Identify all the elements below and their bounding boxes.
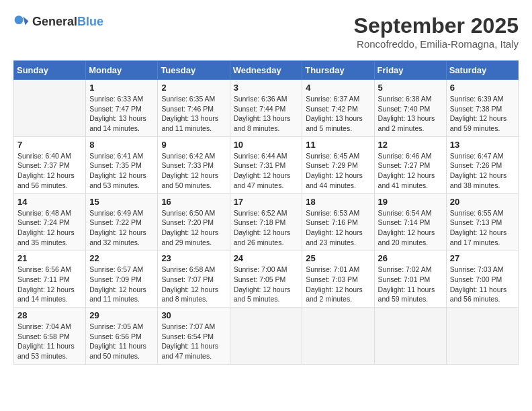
logo-blue-text: Blue — [77, 15, 103, 28]
calendar-cell: 27Sunrise: 7:03 AM Sunset: 7:00 PM Dayli… — [446, 250, 518, 308]
day-number: 16 — [161, 197, 226, 207]
day-info: Sunrise: 6:53 AM Sunset: 7:16 PM Dayligh… — [306, 208, 370, 248]
day-info: Sunrise: 7:00 AM Sunset: 7:05 PM Dayligh… — [234, 265, 299, 304]
calendar-cell: 18Sunrise: 6:53 AM Sunset: 7:16 PM Dayli… — [302, 193, 374, 250]
day-info: Sunrise: 6:37 AM Sunset: 7:42 PM Dayligh… — [306, 94, 370, 134]
day-info: Sunrise: 6:55 AM Sunset: 7:13 PM Dayligh… — [450, 208, 515, 248]
weekday-header-tuesday: Tuesday — [158, 61, 230, 80]
day-info: Sunrise: 6:46 AM Sunset: 7:27 PM Dayligh… — [378, 151, 443, 191]
day-info: Sunrise: 6:36 AM Sunset: 7:44 PM Dayligh… — [234, 94, 299, 134]
day-info: Sunrise: 6:42 AM Sunset: 7:33 PM Dayligh… — [161, 151, 226, 191]
day-number: 21 — [17, 253, 82, 263]
day-info: Sunrise: 6:40 AM Sunset: 7:37 PM Dayligh… — [17, 151, 82, 191]
calendar-cell: 15Sunrise: 6:49 AM Sunset: 7:22 PM Dayli… — [86, 193, 158, 250]
weekday-header-wednesday: Wednesday — [230, 61, 302, 80]
calendar-cell: 19Sunrise: 6:54 AM Sunset: 7:14 PM Dayli… — [374, 193, 446, 250]
day-number: 20 — [450, 197, 515, 207]
day-number: 3 — [234, 83, 299, 93]
calendar-cell: 22Sunrise: 6:57 AM Sunset: 7:09 PM Dayli… — [86, 250, 158, 308]
calendar-cell: 7Sunrise: 6:40 AM Sunset: 7:37 PM Daylig… — [14, 136, 86, 193]
day-info: Sunrise: 6:33 AM Sunset: 7:47 PM Dayligh… — [89, 94, 154, 134]
calendar-cell: 3Sunrise: 6:36 AM Sunset: 7:44 PM Daylig… — [230, 80, 302, 137]
day-number: 30 — [161, 310, 226, 320]
day-info: Sunrise: 6:45 AM Sunset: 7:29 PM Dayligh… — [306, 151, 370, 191]
day-info: Sunrise: 6:39 AM Sunset: 7:38 PM Dayligh… — [450, 94, 515, 134]
day-info: Sunrise: 7:07 AM Sunset: 6:54 PM Dayligh… — [161, 322, 226, 361]
day-number: 12 — [378, 140, 443, 150]
day-info: Sunrise: 7:05 AM Sunset: 6:56 PM Dayligh… — [89, 322, 154, 361]
day-number: 9 — [161, 140, 226, 150]
calendar-week-row: 28Sunrise: 7:04 AM Sunset: 6:58 PM Dayli… — [14, 308, 519, 365]
logo-general-text: General — [32, 15, 77, 28]
svg-marker-1 — [23, 17, 28, 26]
day-info: Sunrise: 6:41 AM Sunset: 7:35 PM Dayligh… — [89, 151, 154, 191]
calendar-cell — [230, 308, 302, 365]
calendar-cell: 29Sunrise: 7:05 AM Sunset: 6:56 PM Dayli… — [86, 308, 158, 365]
location-title: Roncofreddo, Emilia-Romagna, Italy — [354, 38, 519, 50]
calendar-cell — [14, 80, 86, 137]
day-number: 27 — [450, 253, 515, 263]
day-number: 2 — [161, 83, 226, 93]
day-number: 29 — [89, 310, 154, 320]
calendar-cell: 2Sunrise: 6:35 AM Sunset: 7:46 PM Daylig… — [158, 80, 230, 137]
month-title: September 2025 — [354, 13, 519, 38]
logo: GeneralBlue — [13, 13, 103, 30]
calendar-cell: 14Sunrise: 6:48 AM Sunset: 7:24 PM Dayli… — [14, 193, 86, 250]
day-info: Sunrise: 7:01 AM Sunset: 7:03 PM Dayligh… — [306, 265, 370, 304]
day-info: Sunrise: 6:44 AM Sunset: 7:31 PM Dayligh… — [234, 151, 299, 191]
calendar-cell: 8Sunrise: 6:41 AM Sunset: 7:35 PM Daylig… — [86, 136, 158, 193]
day-number: 7 — [17, 140, 82, 150]
calendar-week-row: 7Sunrise: 6:40 AM Sunset: 7:37 PM Daylig… — [14, 136, 519, 193]
calendar-cell: 12Sunrise: 6:46 AM Sunset: 7:27 PM Dayli… — [374, 136, 446, 193]
calendar-week-row: 14Sunrise: 6:48 AM Sunset: 7:24 PM Dayli… — [14, 193, 519, 250]
day-info: Sunrise: 6:38 AM Sunset: 7:40 PM Dayligh… — [378, 94, 443, 134]
day-number: 1 — [89, 83, 154, 93]
calendar-cell: 13Sunrise: 6:47 AM Sunset: 7:26 PM Dayli… — [446, 136, 518, 193]
day-number: 14 — [17, 197, 82, 207]
page-header: GeneralBlue September 2025 Roncofreddo, … — [13, 13, 519, 50]
weekday-header-sunday: Sunday — [14, 61, 86, 80]
day-number: 26 — [378, 253, 443, 263]
calendar-cell — [374, 308, 446, 365]
day-number: 18 — [306, 197, 370, 207]
calendar-cell: 21Sunrise: 6:56 AM Sunset: 7:11 PM Dayli… — [14, 250, 86, 308]
calendar-table: SundayMondayTuesdayWednesdayThursdayFrid… — [13, 60, 519, 365]
day-info: Sunrise: 6:57 AM Sunset: 7:09 PM Dayligh… — [89, 265, 154, 304]
calendar-cell: 11Sunrise: 6:45 AM Sunset: 7:29 PM Dayli… — [302, 136, 374, 193]
weekday-header-row: SundayMondayTuesdayWednesdayThursdayFrid… — [14, 61, 519, 80]
calendar-cell: 4Sunrise: 6:37 AM Sunset: 7:42 PM Daylig… — [302, 80, 374, 137]
calendar-cell — [446, 308, 518, 365]
svg-point-0 — [15, 15, 24, 24]
calendar-cell: 16Sunrise: 6:50 AM Sunset: 7:20 PM Dayli… — [158, 193, 230, 250]
weekday-header-thursday: Thursday — [302, 61, 374, 80]
day-number: 17 — [234, 197, 299, 207]
day-info: Sunrise: 7:03 AM Sunset: 7:00 PM Dayligh… — [450, 265, 515, 304]
day-number: 15 — [89, 197, 154, 207]
weekday-header-monday: Monday — [86, 61, 158, 80]
day-number: 13 — [450, 140, 515, 150]
day-number: 28 — [17, 310, 82, 320]
day-number: 23 — [161, 253, 226, 263]
day-info: Sunrise: 6:56 AM Sunset: 7:11 PM Dayligh… — [17, 265, 82, 304]
day-info: Sunrise: 6:49 AM Sunset: 7:22 PM Dayligh… — [89, 208, 154, 248]
calendar-cell: 26Sunrise: 7:02 AM Sunset: 7:01 PM Dayli… — [374, 250, 446, 308]
calendar-cell: 20Sunrise: 6:55 AM Sunset: 7:13 PM Dayli… — [446, 193, 518, 250]
day-info: Sunrise: 7:02 AM Sunset: 7:01 PM Dayligh… — [378, 265, 443, 304]
calendar-cell: 24Sunrise: 7:00 AM Sunset: 7:05 PM Dayli… — [230, 250, 302, 308]
day-number: 5 — [378, 83, 443, 93]
calendar-cell: 23Sunrise: 6:58 AM Sunset: 7:07 PM Dayli… — [158, 250, 230, 308]
day-number: 11 — [306, 140, 370, 150]
day-number: 6 — [450, 83, 515, 93]
calendar-cell: 28Sunrise: 7:04 AM Sunset: 6:58 PM Dayli… — [14, 308, 86, 365]
calendar-cell: 25Sunrise: 7:01 AM Sunset: 7:03 PM Dayli… — [302, 250, 374, 308]
day-number: 8 — [89, 140, 154, 150]
day-info: Sunrise: 7:04 AM Sunset: 6:58 PM Dayligh… — [17, 322, 82, 361]
day-info: Sunrise: 6:47 AM Sunset: 7:26 PM Dayligh… — [450, 151, 515, 191]
day-number: 19 — [378, 197, 443, 207]
day-number: 22 — [89, 253, 154, 263]
weekday-header-saturday: Saturday — [446, 61, 518, 80]
day-number: 4 — [306, 83, 370, 93]
day-info: Sunrise: 6:52 AM Sunset: 7:18 PM Dayligh… — [234, 208, 299, 248]
title-block: September 2025 Roncofreddo, Emilia-Romag… — [354, 13, 519, 50]
day-number: 25 — [306, 253, 370, 263]
